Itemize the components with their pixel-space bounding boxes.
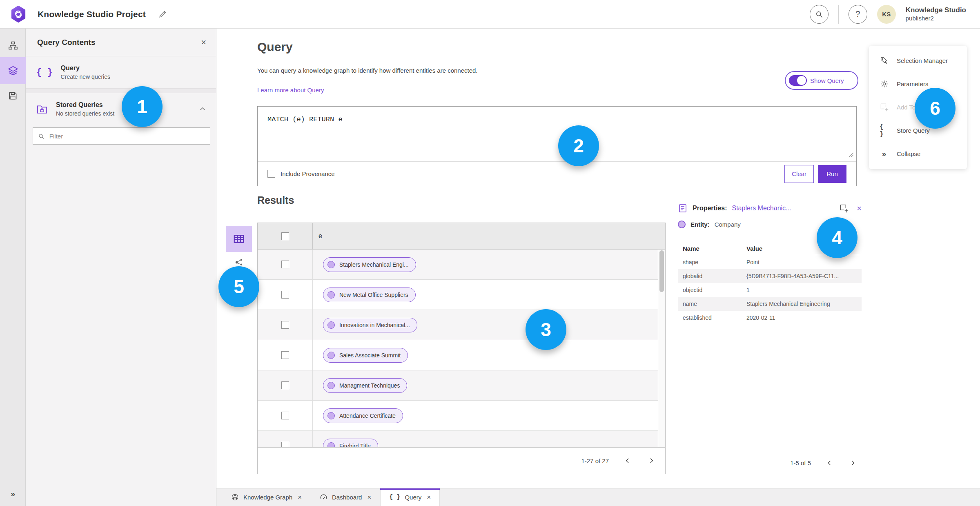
show-query-label: Show Query bbox=[810, 77, 844, 84]
annotation-circle-6: 6 bbox=[915, 88, 956, 129]
layers-icon bbox=[8, 65, 18, 76]
menu-item-parameters[interactable]: Parameters bbox=[869, 72, 967, 96]
entity-chip[interactable]: Managment Techniques bbox=[323, 378, 407, 393]
chevron-up-icon bbox=[199, 105, 206, 113]
row-checkbox[interactable] bbox=[281, 351, 289, 359]
scrollbar-thumb[interactable] bbox=[659, 250, 664, 292]
menu-item-collapse[interactable]: » Collapse bbox=[869, 142, 967, 165]
search-button[interactable] bbox=[810, 5, 829, 24]
column-header-value: Value bbox=[746, 245, 762, 252]
close-icon: × bbox=[201, 37, 206, 47]
edit-title-icon[interactable] bbox=[158, 10, 167, 19]
table-row[interactable]: Sales Associate Summit bbox=[258, 340, 665, 370]
column-header-e: e bbox=[313, 232, 322, 240]
toggle-knob bbox=[797, 76, 806, 85]
avatar[interactable]: KS bbox=[877, 5, 896, 24]
learn-more-link[interactable]: Learn more about Query bbox=[257, 87, 324, 94]
table-row[interactable]: New Metal Office Suppliers bbox=[258, 280, 665, 310]
menu-item-store-query[interactable]: { } Store Query bbox=[869, 119, 967, 142]
top-bar-divider bbox=[838, 5, 839, 24]
clear-button[interactable]: Clear bbox=[784, 165, 814, 183]
close-tab-button[interactable]: × bbox=[367, 493, 371, 502]
stored-queries-filter[interactable] bbox=[33, 127, 210, 145]
menu-item-selection-manager[interactable]: Selection Manager bbox=[869, 49, 967, 72]
add-to-selection-icon bbox=[880, 103, 889, 111]
close-icon: × bbox=[298, 493, 302, 501]
annotation-circle-5: 5 bbox=[218, 266, 259, 307]
properties-icon bbox=[678, 203, 688, 213]
left-icon-rail: » bbox=[0, 29, 26, 506]
expand-rail-button[interactable]: » bbox=[0, 486, 26, 501]
row-checkbox[interactable] bbox=[281, 261, 289, 268]
entity-chip[interactable]: New Metal Office Suppliers bbox=[323, 288, 416, 302]
next-page-button[interactable] bbox=[848, 458, 858, 468]
row-checkbox[interactable] bbox=[281, 412, 289, 419]
table-row[interactable]: Staplers Mechanical Engi... bbox=[258, 250, 665, 280]
link-chart-view-button[interactable] bbox=[234, 257, 244, 267]
row-checkbox[interactable] bbox=[281, 321, 289, 329]
rail-item-data-model[interactable] bbox=[0, 34, 26, 57]
add-to-selection-button[interactable] bbox=[840, 204, 849, 213]
rail-item-contents[interactable] bbox=[0, 57, 26, 84]
collapse-section-button[interactable] bbox=[199, 105, 206, 113]
main-content: Query You can query a knowledge graph to… bbox=[216, 29, 980, 488]
entity-type-value: Company bbox=[715, 221, 741, 228]
close-tab-button[interactable]: × bbox=[298, 493, 302, 502]
entity-label: Entity: bbox=[690, 221, 710, 228]
row-checkbox[interactable] bbox=[281, 442, 289, 448]
table-row[interactable]: Attendance Certificate bbox=[258, 401, 665, 431]
close-properties-button[interactable]: × bbox=[857, 204, 862, 213]
previous-page-button[interactable] bbox=[825, 458, 834, 468]
previous-page-button[interactable] bbox=[623, 456, 633, 466]
tab-dashboard[interactable]: Dashboard × bbox=[311, 488, 380, 506]
close-tab-button[interactable]: × bbox=[427, 493, 431, 502]
show-query-toggle[interactable]: Show Query bbox=[785, 71, 858, 90]
stored-queries-item[interactable]: Stored Queries No stored queries exist bbox=[26, 93, 216, 125]
results-table: e Staplers Mechanical Engi... New Metal … bbox=[257, 223, 666, 474]
entity-dot-icon bbox=[327, 412, 335, 419]
table-view-button[interactable] bbox=[226, 226, 252, 252]
query-code-input[interactable]: MATCH (e) RETURN e bbox=[258, 107, 856, 161]
table-row[interactable]: Innovations in Mechanical... bbox=[258, 310, 665, 340]
row-checkbox[interactable] bbox=[281, 291, 289, 299]
include-provenance-checkbox[interactable] bbox=[267, 170, 275, 178]
properties-header: Properties: Staplers Mechanic... × bbox=[678, 203, 862, 213]
next-page-button[interactable] bbox=[646, 456, 656, 466]
properties-entity-link[interactable]: Staplers Mechanic... bbox=[732, 205, 791, 212]
results-pagination: 1-27 of 27 bbox=[258, 447, 665, 474]
run-button[interactable]: Run bbox=[818, 165, 846, 183]
query-list-item[interactable]: { } Query Create new queries bbox=[26, 56, 216, 88]
query-item-title: Query bbox=[61, 65, 110, 72]
query-contents-panel: Query Contents × { } Query Create new qu… bbox=[26, 29, 216, 506]
tab-knowledge-graph[interactable]: Knowledge Graph × bbox=[222, 488, 311, 506]
double-chevron-right-icon: » bbox=[880, 149, 889, 158]
close-panel-button[interactable]: × bbox=[201, 37, 206, 48]
app-logo[interactable] bbox=[11, 6, 26, 23]
table-row[interactable]: Managment Techniques bbox=[258, 370, 665, 401]
query-page-title: Query bbox=[257, 40, 293, 54]
close-icon: × bbox=[367, 493, 371, 501]
stored-queries-title: Stored Queries bbox=[56, 101, 114, 109]
table-row[interactable]: Firebird Title bbox=[258, 431, 665, 448]
entity-dot-icon bbox=[327, 442, 335, 448]
filter-input[interactable] bbox=[49, 133, 205, 140]
tab-query[interactable]: { } Query × bbox=[380, 488, 440, 506]
entity-chip[interactable]: Attendance Certificate bbox=[323, 408, 403, 423]
table-icon bbox=[233, 233, 245, 245]
resize-handle[interactable] bbox=[849, 152, 854, 184]
row-checkbox[interactable] bbox=[281, 381, 289, 389]
help-button[interactable]: ? bbox=[849, 5, 867, 24]
entity-chip[interactable]: Staplers Mechanical Engi... bbox=[323, 257, 416, 272]
toggle-switch[interactable] bbox=[789, 75, 807, 86]
entity-chip[interactable]: Innovations in Mechanical... bbox=[323, 318, 417, 332]
user-block[interactable]: Knowledge Studio publisher2 bbox=[906, 6, 966, 22]
properties-actions: × bbox=[840, 204, 862, 213]
rail-item-save[interactable] bbox=[0, 84, 26, 107]
results-scrollbar[interactable] bbox=[658, 250, 665, 448]
user-org: Knowledge Studio bbox=[906, 6, 966, 14]
select-all-checkbox[interactable] bbox=[281, 232, 289, 240]
select-all-cell bbox=[258, 223, 313, 249]
top-bar-right: ? KS Knowledge Studio publisher2 bbox=[810, 5, 980, 24]
entity-chip[interactable]: Firebird Title bbox=[323, 439, 378, 448]
entity-chip[interactable]: Sales Associate Summit bbox=[323, 348, 408, 363]
